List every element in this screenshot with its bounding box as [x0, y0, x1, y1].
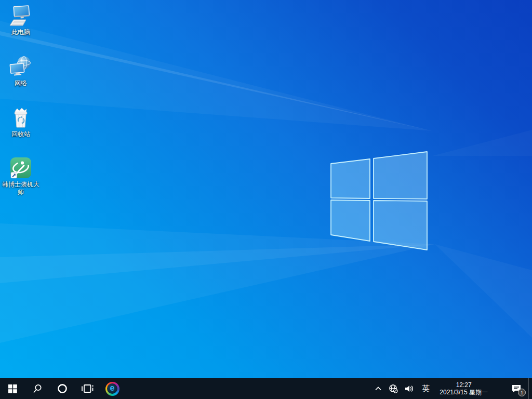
- input-language-indicator[interactable]: 英: [417, 378, 434, 399]
- task-view-icon: [81, 383, 94, 394]
- recycle-bin-icon: [9, 106, 33, 130]
- desktop-icon-hanboshi[interactable]: 韩博士装机大师: [1, 156, 41, 196]
- cortana-button[interactable]: [50, 378, 75, 399]
- globe-no-internet-icon: [389, 384, 398, 394]
- chevron-up-icon: [374, 385, 382, 392]
- browser-taskbar-button[interactable]: e: [100, 378, 125, 399]
- desktop-icon-label: 网络: [15, 79, 27, 87]
- cortana-circle-icon: [57, 383, 68, 394]
- search-button[interactable]: [25, 378, 50, 399]
- windows-start-icon: [8, 384, 17, 393]
- clock[interactable]: 12:27 2021/3/15 星期一: [434, 378, 493, 399]
- desktop-icon-network[interactable]: 网络: [1, 55, 41, 87]
- task-view-button[interactable]: [75, 378, 100, 399]
- browser-letter: e: [110, 384, 115, 392]
- search-icon: [33, 384, 42, 393]
- desktop-icon-this-pc[interactable]: 此电脑: [1, 4, 41, 36]
- desktop-icon-label: 此电脑: [11, 29, 30, 36]
- taskbar: e: [0, 378, 532, 399]
- hidden-icons-button[interactable]: [371, 378, 385, 399]
- volume-button[interactable]: [402, 378, 417, 399]
- hanboshi-app-icon: [9, 156, 33, 180]
- speaker-icon: [405, 384, 414, 393]
- clock-time: 12:27: [456, 381, 472, 389]
- network-status-button[interactable]: [385, 378, 402, 399]
- notification-count-badge: 1: [518, 389, 526, 396]
- this-pc-icon: [9, 4, 33, 28]
- system-tray: 英 12:27 2021/3/15 星期一 1: [371, 378, 532, 399]
- desktop-icon-recycle-bin[interactable]: 回收站: [1, 106, 41, 138]
- network-icon: [9, 55, 33, 79]
- windows-logo: [331, 152, 427, 250]
- wallpaper-art: [0, 0, 532, 378]
- desktop-icon-label: 回收站: [11, 130, 30, 138]
- clock-date: 2021/3/15 星期一: [440, 389, 488, 396]
- desktop-icon-label: 韩博士装机大师: [1, 181, 41, 196]
- start-button[interactable]: [0, 378, 25, 399]
- action-center-button[interactable]: 1: [507, 378, 528, 399]
- show-desktop-button[interactable]: [528, 378, 532, 399]
- desktop-wallpaper: 此电脑 网络: [0, 0, 532, 378]
- light-rays: [0, 21, 532, 343]
- shortcut-arrow-overlay: [11, 172, 17, 179]
- taskbar-left: e: [0, 378, 125, 399]
- browser-rainbow-ring-icon: e: [105, 382, 119, 396]
